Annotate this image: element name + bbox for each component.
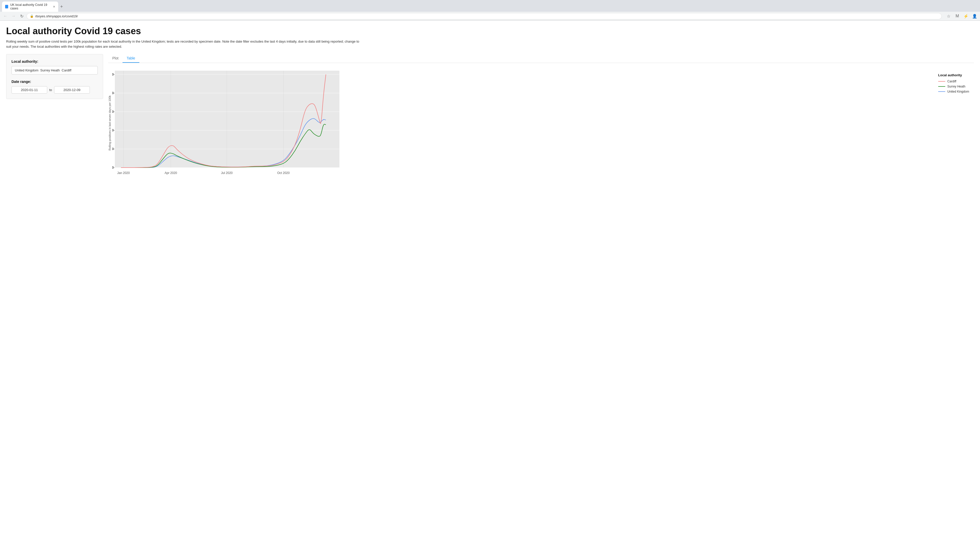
date-range-row: to — [11, 86, 98, 94]
tab-plot[interactable]: Plot — [108, 54, 123, 63]
legend-line-cardiff — [938, 81, 945, 82]
date-to-input[interactable] — [54, 86, 90, 94]
authority-label: Local authority: — [11, 59, 98, 64]
extensions-icon[interactable]: ⚡ — [963, 13, 969, 19]
legend-item-surrey-heath: Surrey Heath — [938, 85, 971, 88]
date-from-input[interactable] — [11, 86, 47, 94]
tab-title: UK local authority Covid 19 cases — [10, 3, 50, 10]
legend-line-united-kingdom — [938, 91, 945, 92]
legend-container: Local authority Cardiff Surrey Heath Uni… — [933, 65, 974, 180]
back-button[interactable]: ← — [2, 13, 9, 19]
user-avatar[interactable]: 👤 — [971, 13, 978, 19]
profile-icon[interactable]: M — [954, 13, 961, 19]
legend-title: Local authority — [938, 73, 971, 77]
page-content: Local authority Covid 19 cases Rolling w… — [0, 21, 980, 188]
lock-icon: 🔒 — [30, 14, 34, 18]
bookmark-icon[interactable]: ☆ — [945, 13, 952, 19]
browser-toolbar-icons: ☆ M ⚡ 👤 — [945, 13, 978, 19]
right-panel: Plot Table Rolling positives in last sev… — [108, 54, 974, 183]
authority-input[interactable] — [11, 66, 98, 75]
date-to-connector: to — [49, 88, 52, 92]
tab-table[interactable]: Table — [123, 54, 139, 63]
url-text: rboyes.shinyapps.io/covid19/ — [35, 14, 78, 18]
nav-bar: ← → ↻ 🔒 rboyes.shinyapps.io/covid19/ ☆ M… — [0, 12, 980, 21]
legend-label-cardiff: Cardiff — [947, 79, 956, 83]
chart-canvas — [112, 65, 342, 180]
tabs-container: Plot Table — [108, 54, 974, 63]
tab-close-button[interactable]: × — [53, 5, 55, 9]
forward-button[interactable]: → — [10, 13, 17, 19]
legend-label-surrey-heath: Surrey Heath — [947, 85, 966, 88]
tab-bar: 🌐 UK local authority Covid 19 cases × + — [0, 0, 980, 12]
address-bar[interactable]: 🔒 rboyes.shinyapps.io/covid19/ — [27, 13, 942, 19]
page-title: Local authority Covid 19 cases — [6, 26, 974, 37]
main-layout: Local authority: Date range: to Plot Tab… — [6, 54, 974, 183]
chart-area — [112, 65, 933, 180]
browser-tab[interactable]: 🌐 UK local authority Covid 19 cases × — [2, 2, 58, 12]
legend-line-surrey-heath — [938, 86, 945, 87]
legend-item-cardiff: Cardiff — [938, 79, 971, 83]
refresh-button[interactable]: ↻ — [18, 13, 25, 19]
chart-container: Rolling positives in last seven days per… — [108, 63, 974, 183]
page-description: Rolling weekly sum of positive covid tes… — [6, 39, 363, 49]
legend-label-united-kingdom: United Kingdom — [947, 90, 969, 94]
chart-wrapper: Rolling positives in last seven days per… — [108, 65, 974, 180]
new-tab-button[interactable]: + — [60, 4, 63, 10]
left-panel: Local authority: Date range: to — [6, 54, 103, 99]
legend-item-united-kingdom: United Kingdom — [938, 90, 971, 94]
date-range-label: Date range: — [11, 79, 98, 84]
y-axis-label: Rolling positives in last seven days per… — [108, 65, 111, 180]
tab-favicon: 🌐 — [5, 5, 8, 8]
browser-chrome: 🌐 UK local authority Covid 19 cases × + … — [0, 0, 980, 21]
